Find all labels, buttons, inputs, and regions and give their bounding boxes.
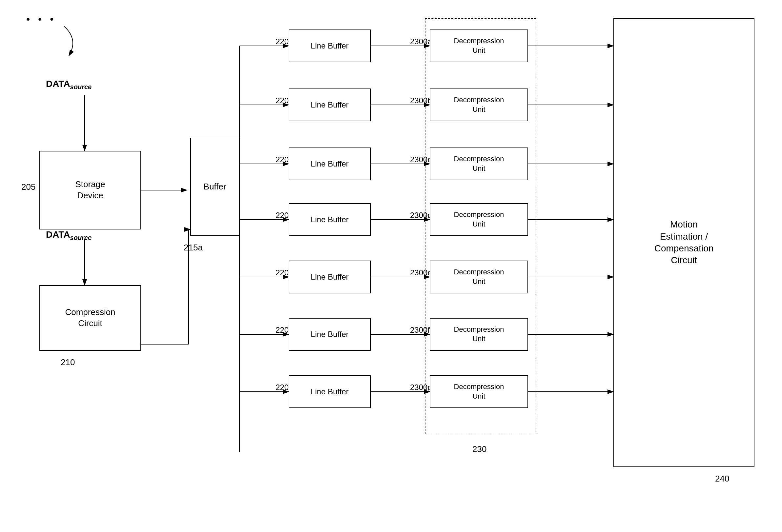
line-buffer-f: Line Buffer [289,318,371,351]
data-source-top-label: DATAsource [46,79,92,91]
storage-device-ref: 205 [21,182,35,192]
dots-label: • • • [26,13,56,25]
decomp-g: DecompressionUnit [430,375,528,408]
ref-2300b: 2300b [410,96,432,105]
motion-circuit-box: MotionEstimation /CompensationCircuit [613,18,754,467]
line-buffer-e: Line Buffer [289,261,371,293]
line-buffer-d: Line Buffer [289,203,371,236]
ref-240: 240 [715,473,729,484]
ref-2300e: 2300e [410,268,432,277]
ref-2300f: 2300f [410,326,430,335]
buffer-box: Buffer [190,138,240,236]
decomp-e: DecompressionUnit [430,261,528,293]
compression-circuit-ref: 210 [61,357,75,368]
data-source-bottom-label: DATAsource [46,229,92,241]
decomp-d: DecompressionUnit [430,203,528,236]
line-buffer-g: Line Buffer [289,375,371,408]
ref-2300g: 2300g [410,383,432,392]
line-buffer-a: Line Buffer [289,30,371,62]
line-buffer-b: Line Buffer [289,88,371,121]
ref-2300a: 2300a [410,37,432,46]
decomp-f: DecompressionUnit [430,318,528,351]
line-buffer-c: Line Buffer [289,148,371,180]
decomp-a: DecompressionUnit [430,30,528,62]
ref-230: 230 [472,444,487,454]
decomp-b: DecompressionUnit [430,88,528,121]
ref-215a: 215a [184,242,203,253]
ref-2300c: 2300c [410,155,431,164]
compression-circuit-box: CompressionCircuit [39,285,141,351]
decomp-c: DecompressionUnit [430,148,528,180]
ref-2300d: 2300d [410,211,432,220]
storage-device-box: StorageDevice [39,151,141,229]
